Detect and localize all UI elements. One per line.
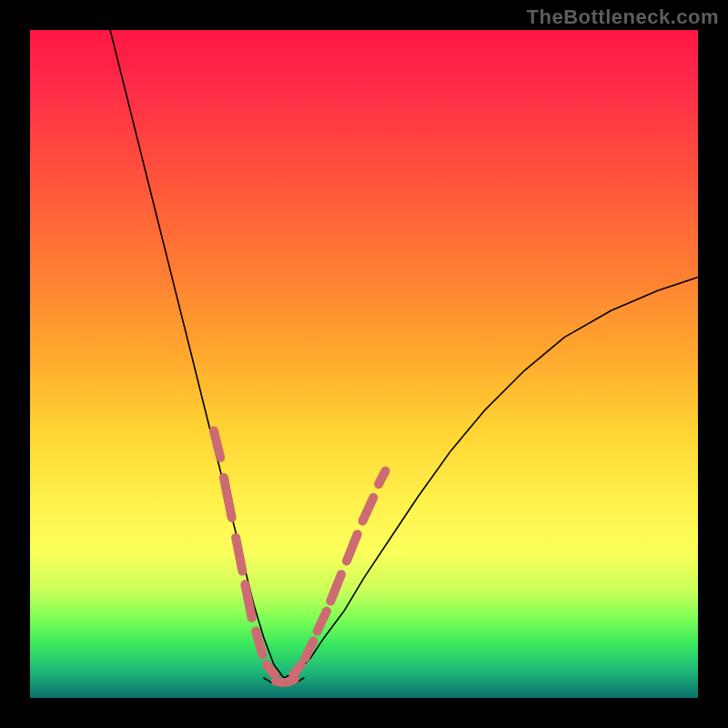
- bottleneck-curve-left: [110, 30, 284, 678]
- plot-area: [30, 30, 698, 698]
- chart-svg: [30, 30, 698, 698]
- dash-segment: [318, 612, 327, 632]
- dash-segment: [256, 632, 262, 655]
- dash-segment: [379, 470, 385, 484]
- dash-segment: [347, 534, 358, 561]
- dash-segment: [293, 664, 301, 674]
- dash-overlay-group: [214, 430, 386, 682]
- dash-segment: [330, 574, 341, 601]
- dash-segment: [224, 478, 232, 518]
- dash-segment: [267, 664, 275, 674]
- dash-segment: [276, 682, 284, 683]
- bottleneck-curve-right: [284, 278, 698, 678]
- curve-group: [110, 30, 698, 684]
- watermark-text: TheBottleneck.com: [527, 5, 719, 29]
- chart-frame: TheBottleneck.com: [0, 0, 728, 728]
- dash-segment: [236, 538, 242, 571]
- dash-segment: [288, 679, 294, 682]
- dash-segment: [363, 498, 374, 521]
- dash-segment: [214, 430, 220, 457]
